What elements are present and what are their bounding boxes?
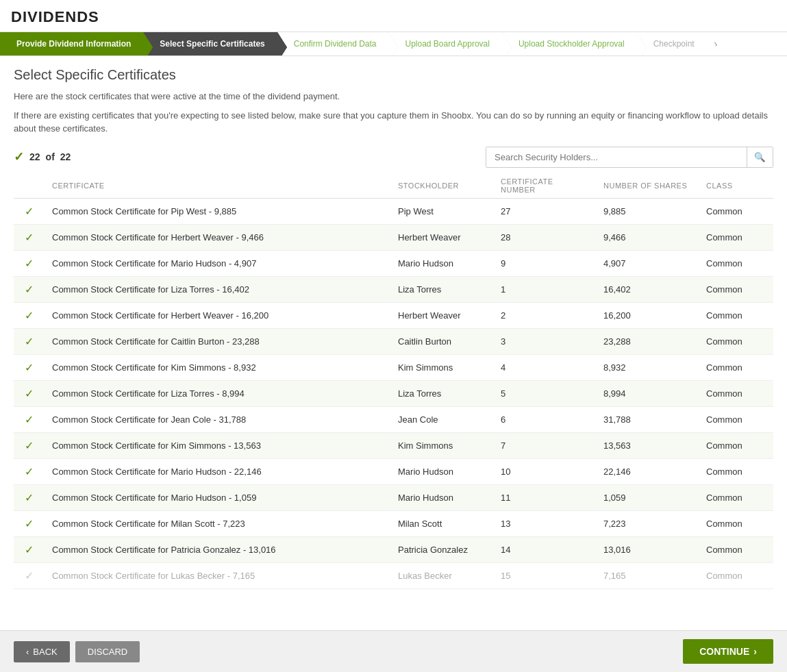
description-2: If there are existing certificates that … [14,109,773,136]
row-stockholder: Herbert Weaver [390,224,492,250]
table-row[interactable]: ✓ Common Stock Certificate for Jean Cole… [14,406,773,432]
row-cert-number: 28 [492,224,595,250]
row-checkbox-icon: ✓ [25,336,34,347]
step-upload-board-approval[interactable]: Upload Board Approval [388,32,501,55]
row-shares: 7,165 [595,562,698,588]
step-upload-stockholder-approval[interactable]: Upload Stockholder Approval [502,32,637,55]
row-cert-number: 13 [492,510,595,536]
selection-bar: ✓ 22 of 22 🔍 [14,147,773,168]
row-stockholder: Mario Hudson [390,484,492,510]
row-certificate: Common Stock Certificate for Lukas Becke… [44,562,390,588]
row-checkbox-cell[interactable]: ✓ [14,354,44,380]
step-checkpoint[interactable]: Checkpoint [637,32,707,55]
row-shares: 22,146 [595,458,698,484]
row-cert-number: 27 [492,198,595,224]
row-checkbox-cell[interactable]: ✓ [14,562,44,588]
row-checkbox-cell[interactable]: ✓ [14,224,44,250]
table-row[interactable]: ✓ Common Stock Certificate for Pip West … [14,198,773,224]
row-checkbox-icon: ✓ [25,232,34,243]
row-checkbox-cell[interactable]: ✓ [14,458,44,484]
row-cert-number: 6 [492,406,595,432]
step-label: Provide Dividend Information [16,39,131,49]
row-checkbox-cell[interactable]: ✓ [14,536,44,562]
row-stockholder: Mario Hudson [390,250,492,276]
row-class: Common [698,484,773,510]
row-stockholder: Jean Cole [390,406,492,432]
step-select-certificates[interactable]: Select Specific Certificates [143,32,277,55]
step-label: Confirm Dividend Data [294,39,377,49]
page-title: DIVIDENDS [11,8,776,26]
certificates-table: CERTIFICATE STOCKHOLDER CERTIFICATE NUMB… [14,173,773,589]
row-checkbox-cell[interactable]: ✓ [14,328,44,354]
row-shares: 31,788 [595,406,698,432]
table-row[interactable]: ✓ Common Stock Certificate for Mario Hud… [14,484,773,510]
row-class: Common [698,198,773,224]
row-certificate: Common Stock Certificate for Mario Hudso… [44,458,390,484]
row-checkbox-cell[interactable]: ✓ [14,276,44,302]
row-checkbox-cell[interactable]: ✓ [14,198,44,224]
row-shares: 8,994 [595,380,698,406]
total-count: 22 [60,151,71,162]
table-row[interactable]: ✓ Common Stock Certificate for Lukas Bec… [14,562,773,588]
steps-bar: Provide Dividend Information Select Spec… [0,32,787,56]
step-provide-dividend-info[interactable]: Provide Dividend Information [0,32,143,55]
search-input[interactable] [486,147,747,167]
table-row[interactable]: ✓ Common Stock Certificate for Caitlin B… [14,328,773,354]
col-header-stockholder: STOCKHOLDER [390,173,492,199]
row-shares: 1,059 [595,484,698,510]
row-class: Common [698,276,773,302]
row-stockholder: Lukas Becker [390,562,492,588]
table-row[interactable]: ✓ Common Stock Certificate for Mario Hud… [14,458,773,484]
table-row[interactable]: ✓ Common Stock Certificate for Kim Simmo… [14,354,773,380]
select-all-checkbox[interactable]: ✓ [14,149,24,164]
row-stockholder: Caitlin Burton [390,328,492,354]
col-header-certificate: CERTIFICATE [44,173,390,199]
table-row[interactable]: ✓ Common Stock Certificate for Mario Hud… [14,250,773,276]
row-checkbox-icon: ✓ [25,544,34,556]
table-row[interactable]: ✓ Common Stock Certificate for Milan Sco… [14,510,773,536]
row-checkbox-cell[interactable]: ✓ [14,380,44,406]
row-checkbox-icon: ✓ [25,284,34,295]
row-certificate: Common Stock Certificate for Liza Torres… [44,380,390,406]
row-stockholder: Patricia Gonzalez [390,536,492,562]
table-header-row: CERTIFICATE STOCKHOLDER CERTIFICATE NUMB… [14,173,773,199]
row-class: Common [698,250,773,276]
row-shares: 4,907 [595,250,698,276]
row-cert-number: 15 [492,562,595,588]
table-row[interactable]: ✓ Common Stock Certificate for Kim Simmo… [14,432,773,458]
selected-count: 22 [29,151,40,162]
row-stockholder: Liza Torres [390,380,492,406]
row-certificate: Common Stock Certificate for Patricia Go… [44,536,390,562]
row-stockholder: Kim Simmons [390,354,492,380]
step-confirm-dividend-data[interactable]: Confirm Dividend Data [277,32,389,55]
row-checkbox-cell[interactable]: ✓ [14,432,44,458]
table-row[interactable]: ✓ Common Stock Certificate for Patricia … [14,536,773,562]
row-checkbox-icon: ✓ [25,310,34,321]
table-row[interactable]: ✓ Common Stock Certificate for Liza Torr… [14,380,773,406]
row-certificate: Common Stock Certificate for Kim Simmons… [44,354,390,380]
row-certificate: Common Stock Certificate for Jean Cole -… [44,406,390,432]
row-class: Common [698,354,773,380]
row-checkbox-cell[interactable]: ✓ [14,510,44,536]
row-checkbox-cell[interactable]: ✓ [14,484,44,510]
col-header-cert-number: CERTIFICATE NUMBER [492,173,595,199]
description-1: Here are the stock certificates that wer… [14,90,773,103]
row-checkbox-cell[interactable]: ✓ [14,250,44,276]
search-button[interactable]: 🔍 [747,147,773,167]
row-checkbox-cell[interactable]: ✓ [14,406,44,432]
row-class: Common [698,510,773,536]
row-checkbox-cell[interactable]: ✓ [14,302,44,328]
row-shares: 7,223 [595,510,698,536]
row-certificate: Common Stock Certificate for Herbert Wea… [44,302,390,328]
row-checkbox-icon: ✓ [25,466,34,477]
table-row[interactable]: ✓ Common Stock Certificate for Herbert W… [14,224,773,250]
row-certificate: Common Stock Certificate for Liza Torres… [44,276,390,302]
table-row[interactable]: ✓ Common Stock Certificate for Liza Torr… [14,276,773,302]
step-label: Upload Board Approval [405,39,489,49]
row-checkbox-icon: ✓ [25,570,34,582]
row-class: Common [698,328,773,354]
row-shares: 16,402 [595,276,698,302]
row-class: Common [698,406,773,432]
table-row[interactable]: ✓ Common Stock Certificate for Herbert W… [14,302,773,328]
row-checkbox-icon: ✓ [25,258,34,269]
